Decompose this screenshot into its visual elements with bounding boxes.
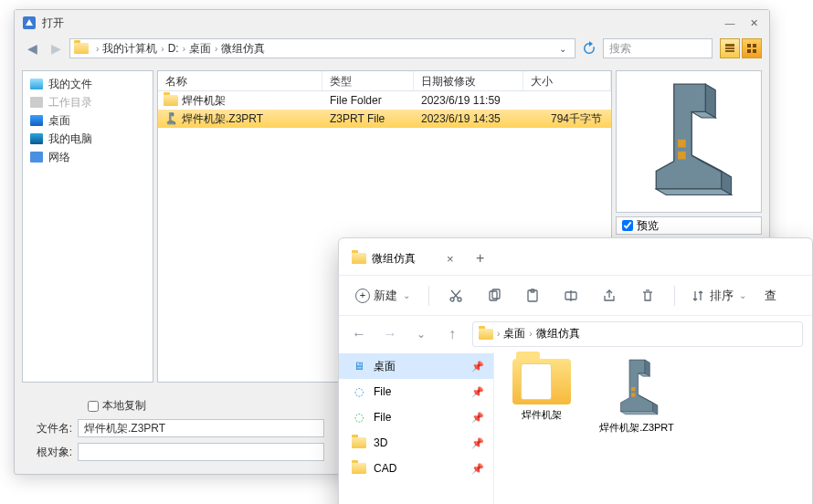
explorer-sidebar: 🖥桌面📌◌File📌◌File📌3D📌CAD📌 [339, 352, 494, 504]
explorer-sidebar-item[interactable]: ◌File📌 [339, 379, 493, 404]
explorer-tab[interactable]: 微组仿真 × [344, 244, 465, 273]
breadcrumb-segment[interactable]: D: [168, 42, 179, 55]
folder-icon [352, 463, 366, 474]
preview-checkbox-row[interactable]: 预览 [616, 216, 762, 235]
refresh-button[interactable] [579, 38, 599, 58]
address-dropdown-icon[interactable]: ⌄ [554, 44, 571, 54]
chevron-down-icon: ⌄ [739, 290, 746, 300]
minimize-button[interactable]: — [722, 16, 738, 30]
breadcrumb-segment[interactable]: 我的计算机 [102, 41, 157, 57]
paste-button[interactable] [515, 281, 550, 310]
copy-button[interactable] [477, 281, 512, 310]
dialog-title: 打开 [42, 16, 722, 31]
nav-forward-button[interactable]: ▶ [46, 38, 66, 58]
rename-button[interactable] [554, 281, 588, 310]
file-row[interactable]: 焊件机架File Folder2023/6/19 11:59 [158, 91, 611, 110]
chevron-right-icon: › [529, 329, 532, 339]
explorer-sidebar-item[interactable]: 3D📌 [339, 430, 493, 456]
new-tab-button[interactable]: + [467, 250, 494, 267]
file-icon: ◌ [352, 411, 366, 424]
chevron-right-icon: › [215, 44, 217, 54]
place-icon [30, 115, 43, 126]
places-item[interactable]: 工作目录 [23, 93, 153, 111]
folder-icon [479, 329, 493, 340]
chevron-right-icon: › [96, 44, 99, 54]
chevron-right-icon: › [497, 329, 500, 339]
chevron-down-icon: ⌄ [403, 290, 410, 300]
view-mode-button-1[interactable] [720, 38, 740, 58]
tab-close-button[interactable]: × [447, 252, 454, 266]
close-button[interactable]: ✕ [745, 16, 762, 30]
view-mode-button-2[interactable] [742, 38, 762, 58]
new-button[interactable]: + 新建 ⌄ [346, 281, 419, 310]
breadcrumb-segment[interactable]: 桌面 [189, 41, 211, 57]
place-icon [30, 133, 43, 144]
places-item[interactable]: 我的电脑 [23, 130, 153, 148]
sidebar-item-label: 3D [374, 436, 387, 449]
explorer-toolbar: + 新建 ⌄ 排序 ⌄ 查 [339, 275, 812, 315]
column-name[interactable]: 名称 [158, 71, 322, 90]
explorer-sidebar-item[interactable]: 🖥桌面📌 [339, 353, 493, 379]
view-button[interactable]: 查 [757, 281, 778, 310]
sidebar-item-label: CAD [374, 462, 396, 475]
preview-thumbnail [616, 70, 762, 213]
nav-forward-button[interactable]: → [379, 323, 401, 345]
folder-icon [74, 43, 89, 54]
explorer-address-bar[interactable]: › 桌面 › 微组仿真 [472, 321, 803, 347]
breadcrumb-segment[interactable]: 微组仿真 [536, 326, 580, 341]
pin-icon: 📌 [471, 361, 484, 373]
svg-rect-9 [725, 44, 734, 47]
explorer-window: 微组仿真 × + + 新建 ⌄ 排序 ⌄ 查 ← → ⌄ ↑ [338, 237, 813, 504]
nav-back-button[interactable]: ◀ [22, 38, 42, 58]
share-button[interactable] [592, 281, 627, 310]
pin-icon: 📌 [471, 386, 484, 398]
explorer-sidebar-item[interactable]: CAD📌 [339, 456, 493, 481]
preview-checkbox[interactable] [622, 220, 633, 231]
explorer-tabstrip: 微组仿真 × + [339, 238, 812, 275]
column-size[interactable]: 大小 [523, 71, 611, 90]
dialog-titlebar[interactable]: 打开 — ✕ [15, 10, 769, 36]
filename-input[interactable]: 焊件机架.Z3PRT [78, 419, 324, 437]
file-date: 2023/6/19 14:35 [414, 112, 523, 125]
address-bar[interactable]: › 我的计算机 › D: › 桌面 › 微组仿真 ⌄ [69, 38, 575, 58]
breadcrumb-segment[interactable]: 桌面 [503, 326, 525, 341]
local-copy-checkbox[interactable] [88, 401, 99, 412]
place-label: 我的文件 [48, 77, 92, 92]
nav-recent-button[interactable]: ⌄ [410, 323, 432, 345]
chevron-right-icon: › [183, 44, 185, 54]
dialog-places-sidebar: 我的文件工作目录桌面我的电脑网络 [22, 70, 153, 383]
svg-point-17 [458, 298, 461, 301]
folder-icon [352, 437, 366, 448]
places-item[interactable]: 网络 [23, 148, 153, 166]
cut-button[interactable] [438, 281, 473, 310]
explorer-tile[interactable]: 焊件机架 [500, 359, 584, 422]
preview-label: 预览 [637, 218, 659, 234]
file-list-header[interactable]: 名称 类型 日期被修改 大小 [158, 71, 611, 91]
file-size: 794千字节 [523, 111, 611, 127]
nav-up-button[interactable]: ↑ [441, 323, 463, 345]
explorer-sidebar-item[interactable]: ◌File📌 [339, 404, 493, 430]
column-date[interactable]: 日期被修改 [414, 71, 523, 90]
places-item[interactable]: 桌面 [23, 111, 153, 130]
file-icon: ◌ [352, 385, 366, 398]
delete-button[interactable] [630, 281, 665, 310]
sidebar-item-label: 桌面 [374, 359, 396, 374]
place-label: 我的电脑 [48, 131, 92, 147]
nav-back-button[interactable]: ← [348, 323, 370, 345]
file-row[interactable]: 焊件机架.Z3PRTZ3PRT File2023/6/19 14:35794千字… [158, 110, 611, 128]
search-input[interactable]: 搜索 [603, 38, 713, 58]
tile-label: 焊件机架.Z3PRT [599, 421, 674, 435]
search-placeholder: 搜索 [609, 41, 631, 57]
explorer-tile[interactable]: 焊件机架.Z3PRT [595, 359, 679, 435]
svg-rect-10 [725, 47, 734, 49]
root-object-input[interactable] [78, 443, 324, 461]
part-icon [164, 112, 178, 125]
column-type[interactable]: 类型 [322, 71, 414, 90]
explorer-content[interactable]: 焊件机架焊件机架.Z3PRT [494, 352, 812, 504]
folder-icon [164, 95, 178, 106]
sort-button[interactable]: 排序 ⌄ [684, 281, 754, 310]
places-item[interactable]: 我的文件 [23, 75, 153, 93]
place-label: 桌面 [48, 113, 70, 129]
root-object-label: 根对象: [22, 445, 72, 460]
breadcrumb-segment[interactable]: 微组仿真 [221, 41, 265, 57]
